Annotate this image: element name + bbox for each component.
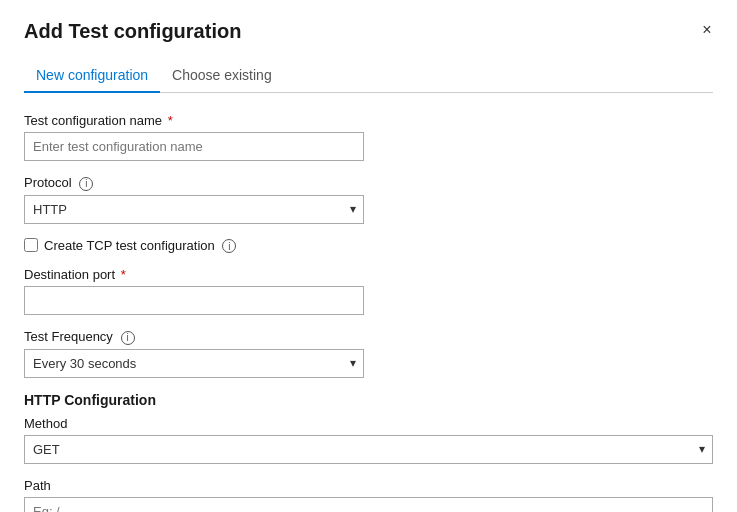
method-select[interactable]: GET POST PUT DELETE <box>24 435 713 464</box>
tcp-checkbox[interactable] <box>24 238 38 252</box>
required-indicator: * <box>164 113 173 128</box>
tab-new-configuration[interactable]: New configuration <box>24 59 160 93</box>
add-test-configuration-dialog: Add Test configuration × New configurati… <box>0 0 737 512</box>
protocol-select-wrapper: HTTP HTTPS TCP ▾ <box>24 195 364 224</box>
protocol-label: Protocol i <box>24 175 713 191</box>
http-config-section: HTTP Configuration Method GET POST PUT D… <box>24 392 713 512</box>
dest-port-label: Destination port * <box>24 267 713 282</box>
test-frequency-label: Test Frequency i <box>24 329 713 345</box>
test-frequency-info-icon[interactable]: i <box>121 331 135 345</box>
dest-port-required: * <box>117 267 126 282</box>
protocol-info-icon[interactable]: i <box>79 177 93 191</box>
config-name-input[interactable] <box>24 132 364 161</box>
dialog-title: Add Test configuration <box>24 20 713 43</box>
dest-port-input[interactable]: 80 <box>24 286 364 315</box>
protocol-group: Protocol i HTTP HTTPS TCP ▾ <box>24 175 713 224</box>
dest-port-group: Destination port * 80 <box>24 267 713 315</box>
close-button[interactable]: × <box>693 16 721 44</box>
tcp-checkbox-group: Create TCP test configuration i <box>24 238 713 254</box>
path-label: Path <box>24 478 713 493</box>
test-frequency-group: Test Frequency i Every 30 seconds Every … <box>24 329 713 378</box>
test-frequency-select-wrapper: Every 30 seconds Every 1 minute Every 5 … <box>24 349 364 378</box>
method-select-wrapper: GET POST PUT DELETE ▾ <box>24 435 713 464</box>
tcp-info-icon[interactable]: i <box>222 239 236 253</box>
config-name-label: Test configuration name * <box>24 113 713 128</box>
protocol-select[interactable]: HTTP HTTPS TCP <box>24 195 364 224</box>
config-name-group: Test configuration name * <box>24 113 713 161</box>
method-group: Method GET POST PUT DELETE ▾ <box>24 416 713 464</box>
method-label: Method <box>24 416 713 431</box>
path-input[interactable] <box>24 497 713 512</box>
tab-choose-existing[interactable]: Choose existing <box>160 59 284 93</box>
http-config-title: HTTP Configuration <box>24 392 713 408</box>
tab-bar: New configuration Choose existing <box>24 59 713 93</box>
path-group: Path <box>24 478 713 512</box>
test-frequency-select[interactable]: Every 30 seconds Every 1 minute Every 5 … <box>24 349 364 378</box>
tcp-checkbox-label[interactable]: Create TCP test configuration i <box>44 238 236 254</box>
